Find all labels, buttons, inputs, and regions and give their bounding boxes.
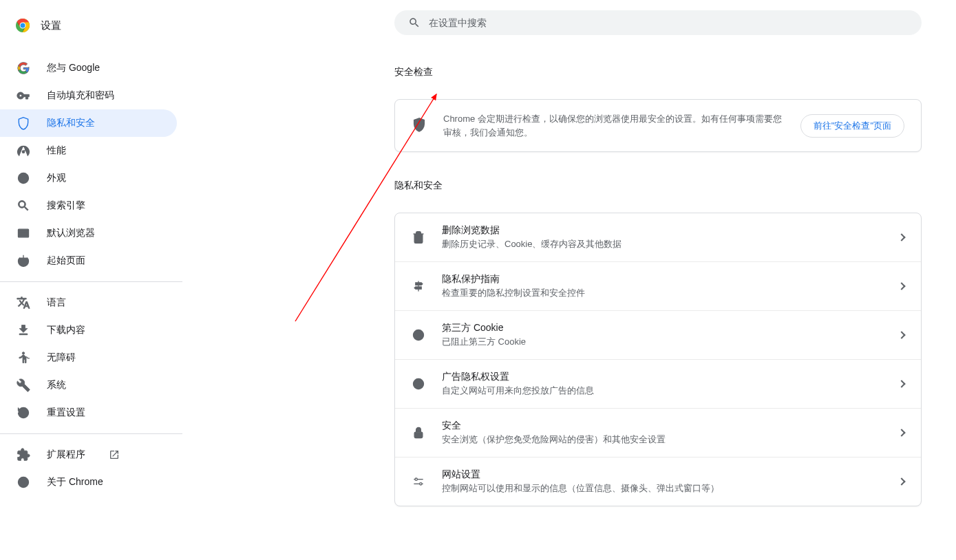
chrome-outline-icon <box>17 475 30 489</box>
row-title: 第三方 Cookie <box>442 322 882 334</box>
svg-rect-8 <box>19 229 29 237</box>
row-privacy-guide[interactable]: 隐私保护指南 检查重要的隐私控制设置和安全控件 <box>395 262 921 311</box>
nav-list-primary: 您与 Google 自动填充和密码 隐私和安全 性能 外观 搜索引擎 默认浏览器 <box>0 47 182 274</box>
row-third-party-cookies[interactable]: 第三方 Cookie 已阻止第三方 Cookie <box>395 311 921 360</box>
chevron-right-icon <box>897 233 905 241</box>
sidebar-item-privacy[interactable]: 隐私和安全 <box>0 109 177 137</box>
reset-icon <box>17 406 30 420</box>
nav-label: 下载内容 <box>47 324 85 336</box>
chevron-right-icon <box>897 331 905 338</box>
browser-icon <box>17 226 30 240</box>
svg-point-2 <box>21 23 25 28</box>
chevron-right-icon <box>897 429 905 436</box>
sidebar-item-appearance[interactable]: 外观 <box>0 164 177 192</box>
row-subtitle: 自定义网站可用来向您投放广告的信息 <box>442 385 882 397</box>
svg-point-5 <box>21 177 22 178</box>
sidebar-item-performance[interactable]: 性能 <box>0 137 177 164</box>
sidebar-item-google[interactable]: 您与 Google <box>0 54 177 82</box>
nav-label: 重置设置 <box>47 407 85 419</box>
sidebar-item-about[interactable]: 关于 Chrome <box>0 469 177 496</box>
search-container[interactable] <box>394 10 922 35</box>
nav-label: 无障碍 <box>47 352 76 364</box>
nav-label: 性能 <box>47 144 66 157</box>
row-title: 广告隐私权设置 <box>442 371 882 383</box>
nav-label: 默认浏览器 <box>47 227 95 239</box>
sidebar-item-accessibility[interactable]: 无障碍 <box>0 344 177 371</box>
safety-section-heading: 安全检查 <box>394 66 922 78</box>
row-title: 删除浏览数据 <box>442 224 882 237</box>
sidebar-item-system[interactable]: 系统 <box>0 371 177 399</box>
svg-point-6 <box>23 175 24 176</box>
svg-point-23 <box>420 337 421 338</box>
cookie-icon <box>412 328 425 342</box>
gauge-icon <box>17 144 30 158</box>
row-title: 安全 <box>442 420 882 432</box>
row-title: 网站设置 <box>442 469 882 481</box>
sidebar-item-reset[interactable]: 重置设置 <box>0 399 177 427</box>
row-subtitle: 删除历史记录、Cookie、缓存内容及其他数据 <box>442 238 882 250</box>
extension-icon <box>17 448 30 462</box>
sliders-icon <box>412 475 425 488</box>
nav-label: 外观 <box>47 172 66 184</box>
svg-rect-27 <box>414 432 423 438</box>
shield-icon <box>17 116 30 130</box>
main-content: 安全检查 Chrome 会定期进行检查，以确保您的浏览器使用最安全的设置。如有任… <box>182 0 956 560</box>
chevron-right-icon <box>897 477 905 485</box>
svg-point-21 <box>419 334 421 335</box>
nav-label: 起始页面 <box>47 255 85 267</box>
nav-label: 您与 Google <box>47 62 100 74</box>
lock-icon <box>412 426 425 440</box>
chrome-logo-icon <box>14 17 31 34</box>
row-title: 隐私保护指南 <box>442 273 882 286</box>
search-icon <box>408 17 421 29</box>
sidebar-item-extensions[interactable]: 扩展程序 <box>0 441 177 469</box>
nav-divider <box>0 433 182 434</box>
svg-point-31 <box>420 483 422 485</box>
svg-point-7 <box>25 177 26 178</box>
sidebar-item-downloads[interactable]: 下载内容 <box>0 316 177 344</box>
google-icon <box>17 61 30 75</box>
row-subtitle: 控制网站可以使用和显示的信息（位置信息、摄像头、弹出式窗口等） <box>442 482 882 495</box>
external-link-icon <box>109 449 120 460</box>
power-icon <box>17 254 30 268</box>
search-input[interactable] <box>421 17 908 28</box>
go-to-safety-button[interactable]: 前往"安全检查"页面 <box>800 114 904 138</box>
download-icon <box>17 323 30 337</box>
row-ad-privacy[interactable]: 广告隐私权设置 自定义网站可用来向您投放广告的信息 <box>395 360 921 409</box>
row-security[interactable]: 安全 安全浏览（保护您免受危险网站的侵害）和其他安全设置 <box>395 409 921 457</box>
nav-label: 自动填充和密码 <box>47 89 114 102</box>
nav-label: 语言 <box>47 297 66 309</box>
row-clear-data[interactable]: 删除浏览数据 删除历史记录、Cookie、缓存内容及其他数据 <box>395 213 921 262</box>
sidebar-item-autofill[interactable]: 自动填充和密码 <box>0 82 177 109</box>
shield-check-icon <box>412 117 427 132</box>
svg-point-10 <box>22 352 24 354</box>
svg-point-19 <box>414 330 424 341</box>
nav-list-bottom: 扩展程序 关于 Chrome <box>0 441 182 496</box>
nav-list-secondary: 语言 下载内容 无障碍 系统 重置设置 <box>0 289 182 427</box>
sidebar-item-default-browser[interactable]: 默认浏览器 <box>0 219 177 247</box>
svg-point-22 <box>417 336 418 338</box>
row-site-settings[interactable]: 网站设置 控制网站可以使用和显示的信息（位置信息、摄像头、弹出式窗口等） <box>395 457 921 506</box>
svg-point-26 <box>418 383 419 385</box>
sidebar-item-language[interactable]: 语言 <box>0 289 177 316</box>
nav-label: 关于 Chrome <box>47 476 103 488</box>
translate-icon <box>17 296 30 310</box>
wrench-icon <box>17 378 30 392</box>
nav-label: 扩展程序 <box>47 449 85 461</box>
sidebar-item-search-engine[interactable]: 搜索引擎 <box>0 192 177 219</box>
search-icon <box>17 199 30 213</box>
key-icon <box>17 89 30 103</box>
nav-label: 搜索引擎 <box>47 200 85 212</box>
row-subtitle: 已阻止第三方 Cookie <box>442 336 882 348</box>
chevron-right-icon <box>897 282 905 290</box>
chevron-right-icon <box>897 380 905 387</box>
sidebar-item-startup[interactable]: 起始页面 <box>0 247 177 274</box>
svg-point-29 <box>415 478 417 480</box>
privacy-list-card: 删除浏览数据 删除历史记录、Cookie、缓存内容及其他数据 隐私保护指南 检查… <box>394 213 922 506</box>
accessibility-icon <box>17 351 30 365</box>
target-icon <box>412 377 425 391</box>
nav-label: 系统 <box>47 379 66 391</box>
palette-icon <box>17 171 30 185</box>
trash-icon <box>412 230 425 244</box>
safety-description: Chrome 会定期进行检查，以确保您的浏览器使用最安全的设置。如有任何事项需要… <box>443 112 784 139</box>
